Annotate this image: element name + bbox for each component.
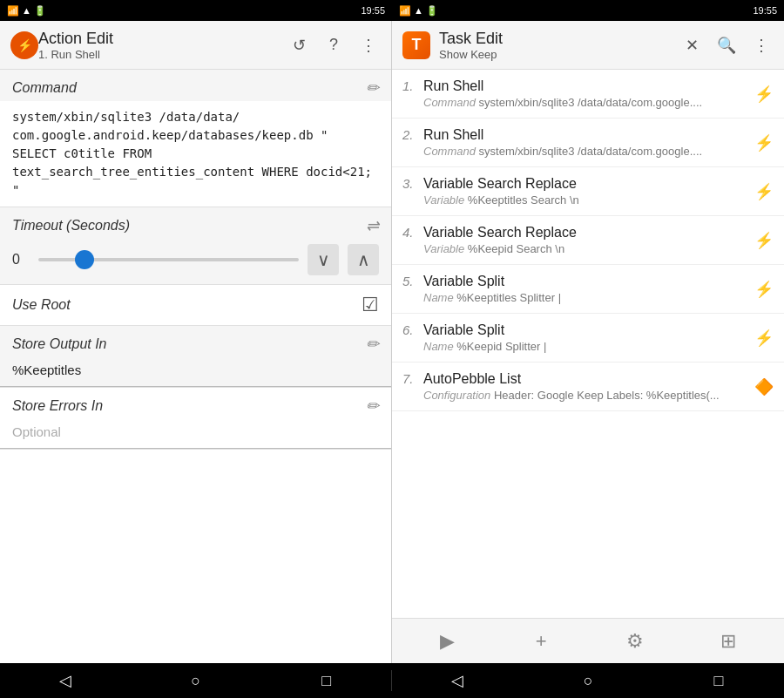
slider-thumb[interactable] bbox=[75, 250, 94, 269]
close-button[interactable]: ✕ bbox=[679, 33, 704, 58]
use-root-label: Use Root bbox=[12, 297, 71, 313]
add-icon: + bbox=[536, 630, 547, 653]
task-detail: Command system/xbin/sqlite3 /data/data/c… bbox=[423, 96, 747, 109]
task-edit-icon: T bbox=[402, 31, 430, 59]
detail-label: Variable bbox=[423, 242, 468, 255]
play-icon: ▶ bbox=[440, 630, 455, 653]
task-detail: Variable %Keepid Search \n bbox=[423, 242, 747, 255]
task-item[interactable]: 3. Variable Search Replace Variable %Kee… bbox=[392, 167, 784, 216]
home-button-left[interactable]: ○ bbox=[131, 663, 261, 698]
task-number: 7. bbox=[402, 371, 423, 386]
detail-text: %Keeptitles Search \n bbox=[468, 193, 579, 207]
recents-button-left[interactable]: □ bbox=[261, 663, 392, 698]
action-edit-actions: ↺ ? ⋮ bbox=[287, 33, 381, 58]
timeout-shuffle-icon[interactable]: ⇌ bbox=[366, 216, 379, 235]
store-output-header: Store Output In ✏ bbox=[0, 326, 391, 357]
store-errors-edit-icon[interactable]: ✏ bbox=[366, 396, 379, 416]
detail-text: system/xbin/sqlite3 /data/data/com.googl… bbox=[479, 145, 703, 158]
battery-icon-right: 🔋 bbox=[426, 5, 438, 17]
task-item[interactable]: 7. AutoPebble List Configuration Header:… bbox=[392, 363, 784, 411]
store-errors-input[interactable]: Optional bbox=[0, 419, 391, 449]
lightning-icon: ⚡ bbox=[754, 329, 774, 348]
task-item[interactable]: 2. Run Shell Command system/xbin/sqlite3… bbox=[392, 119, 784, 167]
command-text: system/xbin/sqlite3 /data/data/ com.goog… bbox=[12, 108, 379, 200]
task-content: Variable Search Replace Variable %Keepti… bbox=[423, 176, 747, 207]
status-time-right: 19:55 bbox=[753, 5, 777, 16]
detail-label: Configuration bbox=[423, 389, 494, 402]
task-title: Variable Split bbox=[423, 322, 747, 338]
task-title: Variable Search Replace bbox=[423, 176, 747, 192]
status-left-icons: 📶 ▲ 🔋 bbox=[7, 5, 46, 17]
task-item[interactable]: 6. Variable Split Name %Keepid Splitter … bbox=[392, 314, 784, 363]
search-button[interactable]: 🔍 bbox=[714, 33, 739, 58]
task-edit-titles: Task Edit Show Keep bbox=[439, 30, 679, 61]
command-label: Command bbox=[12, 80, 77, 96]
signal-icon: ▲ bbox=[22, 5, 31, 16]
task-title: Variable Split bbox=[423, 274, 747, 289]
use-root-section: Use Root ☑ bbox=[0, 285, 391, 326]
store-output-section: Store Output In ✏ %Keeptitles bbox=[0, 326, 391, 388]
task-content: Variable Split Name %Keeptitles Splitter… bbox=[423, 274, 747, 304]
store-output-value[interactable]: %Keeptitles bbox=[0, 357, 391, 387]
lightning-icon: ⚡ bbox=[754, 231, 774, 250]
more-button-left[interactable]: ⋮ bbox=[356, 33, 381, 58]
detail-label: Name bbox=[423, 291, 456, 304]
more-button-right[interactable]: ⋮ bbox=[749, 33, 774, 58]
action-edit-title: Action Edit bbox=[38, 30, 287, 48]
battery-icon: 🔋 bbox=[34, 5, 46, 17]
store-errors-label-text: Store Errors In bbox=[12, 398, 103, 414]
task-edit-title: Task Edit bbox=[439, 30, 679, 48]
grid-button[interactable]: ⊞ bbox=[711, 624, 746, 659]
task-number: 3. bbox=[402, 176, 423, 191]
home-button-right[interactable]: ○ bbox=[523, 663, 653, 698]
settings-icon: ⚙ bbox=[626, 630, 644, 653]
store-errors-header: Store Errors In ✏ bbox=[0, 388, 391, 419]
task-item[interactable]: 1. Run Shell Command system/xbin/sqlite3… bbox=[392, 70, 784, 119]
task-edit-actions: ✕ 🔍 ⋮ bbox=[679, 33, 774, 58]
lightning-icon: ⚡ bbox=[754, 182, 774, 201]
play-button[interactable]: ▶ bbox=[430, 624, 465, 659]
back-button-right[interactable]: ◁ bbox=[392, 663, 523, 698]
store-errors-section: Store Errors In ✏ Optional bbox=[0, 388, 391, 450]
settings-button[interactable]: ⚙ bbox=[618, 624, 652, 659]
undo-button[interactable]: ↺ bbox=[287, 33, 311, 58]
slider-track bbox=[38, 258, 299, 261]
command-area[interactable]: system/xbin/sqlite3 /data/data/ com.goog… bbox=[0, 101, 391, 207]
slider-down-button[interactable]: ∨ bbox=[308, 244, 339, 275]
timeout-label-text: Timeout (Seconds) bbox=[12, 218, 130, 234]
task-title: Run Shell bbox=[423, 127, 747, 143]
orange-plugin-icon: 🔶 bbox=[754, 377, 774, 396]
task-content: Variable Search Replace Variable %Keepid… bbox=[423, 225, 747, 255]
lightning-icon: ⚡ bbox=[754, 133, 774, 152]
detail-text: Header: Google Keep Labels: %Keeptitles(… bbox=[494, 389, 720, 402]
task-number: 2. bbox=[402, 127, 423, 142]
back-icon-left: ◁ bbox=[59, 671, 71, 690]
task-detail: Configuration Header: Google Keep Labels… bbox=[423, 389, 747, 402]
home-icon-left: ○ bbox=[191, 672, 200, 690]
recents-button-right[interactable]: □ bbox=[653, 663, 784, 698]
timeout-slider[interactable] bbox=[38, 249, 299, 270]
task-title: AutoPebble List bbox=[423, 371, 747, 387]
help-button[interactable]: ? bbox=[321, 33, 346, 58]
task-detail: Name %Keepid Splitter | bbox=[423, 340, 747, 353]
task-number: 5. bbox=[402, 274, 423, 288]
status-bar-left: 📶 ▲ 🔋 19:55 bbox=[0, 0, 392, 21]
signal-icon-right: ▲ bbox=[414, 5, 423, 16]
lightning-icon: ⚡ bbox=[754, 280, 774, 299]
detail-text: system/xbin/sqlite3 /data/data/com.googl… bbox=[479, 96, 703, 109]
detail-text: %Keepid Splitter | bbox=[456, 340, 546, 353]
action-edit-subtitle: 1. Run Shell bbox=[38, 48, 287, 61]
status-bars: 📶 ▲ 🔋 19:55 📶 ▲ 🔋 19:55 bbox=[0, 0, 784, 21]
task-title: Variable Search Replace bbox=[423, 225, 747, 241]
task-item[interactable]: 4. Variable Search Replace Variable %Kee… bbox=[392, 216, 784, 265]
use-root-checkbox[interactable]: ☑ bbox=[362, 294, 379, 316]
task-detail: Variable %Keeptitles Search \n bbox=[423, 193, 747, 207]
add-task-button[interactable]: + bbox=[524, 624, 558, 659]
slider-up-button[interactable]: ∧ bbox=[348, 244, 379, 275]
store-output-edit-icon[interactable]: ✏ bbox=[366, 335, 379, 354]
command-edit-icon[interactable]: ✏ bbox=[366, 78, 379, 98]
task-number: 1. bbox=[402, 78, 423, 93]
back-button-left[interactable]: ◁ bbox=[0, 663, 131, 698]
task-item[interactable]: 5. Variable Split Name %Keeptitles Split… bbox=[392, 265, 784, 314]
task-detail: Name %Keeptitles Splitter | bbox=[423, 291, 747, 304]
